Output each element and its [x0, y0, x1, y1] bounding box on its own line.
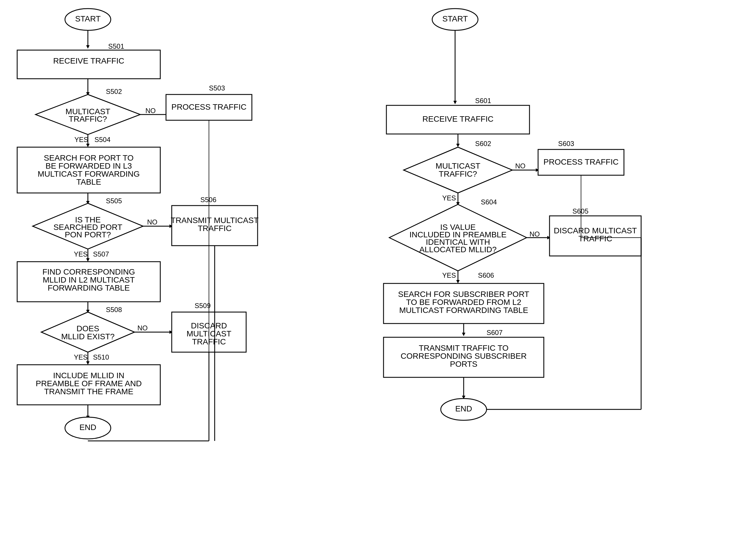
s502-label-2: TRAFFIC?: [69, 115, 107, 123]
s605-l2: TRAFFIC: [578, 234, 612, 243]
svg-marker-55: [456, 280, 460, 283]
s505-l3: PON PORT?: [65, 230, 111, 239]
s505-yes: YES: [74, 250, 88, 258]
svg-marker-11: [86, 144, 90, 147]
svg-marker-43: [456, 144, 460, 147]
s508-no: NO: [137, 324, 148, 332]
s507-l3: FORWARDING TABLE: [48, 283, 130, 292]
s606-l2: TO BE FORWARDED FROM L2: [406, 298, 521, 307]
flowchart-svg: START S501 RECEIVE TRAFFIC S502 MULTICAS…: [0, 0, 737, 560]
s503-label: PROCESS TRAFFIC: [172, 102, 247, 111]
s607-ref: S607: [486, 329, 502, 336]
s602-no: NO: [515, 162, 525, 170]
s604-l4: ALLOCATED MLLID?: [419, 245, 496, 254]
s504-l4: TABLE: [76, 178, 101, 186]
s605-l1: DISCARD MULTICAST: [554, 226, 637, 235]
end2-label: END: [455, 404, 472, 413]
s606-l1: SEARCH FOR SUBSCRIBER PORT: [398, 290, 529, 299]
s509-ref: S509: [195, 302, 211, 309]
s607-l3: PORTS: [450, 360, 477, 368]
s606-ref: S606: [478, 271, 494, 279]
s604-no: NO: [529, 230, 540, 238]
svg-marker-58: [462, 333, 465, 336]
s603-label: PROCESS TRAFFIC: [543, 157, 618, 166]
s607-l2: CORRESPONDING SUBSCRIBER: [401, 352, 527, 360]
s505-no: NO: [147, 218, 157, 226]
s505-ref: S505: [106, 197, 122, 205]
svg-marker-29: [86, 361, 90, 365]
s507-ref: S507: [93, 250, 109, 258]
s508-yes: YES: [74, 353, 88, 361]
s604-ref: S604: [481, 198, 497, 206]
s502-no: NO: [145, 107, 156, 115]
s510-l3: TRANSMIT THE FRAME: [44, 387, 133, 396]
s510-ref: S510: [93, 353, 109, 361]
svg-marker-20: [86, 258, 90, 262]
svg-marker-40: [453, 101, 457, 104]
s507-l2: MLLID IN L2 MULTICAST: [43, 275, 135, 284]
diagram-container: START S501 RECEIVE TRAFFIC S502 MULTICAS…: [0, 0, 737, 560]
s508-ref: S508: [106, 306, 122, 313]
s506-l2: TRAFFIC: [198, 224, 232, 233]
s504-l2: BE FORWARDED IN L3: [46, 161, 132, 170]
s501-label: RECEIVE TRAFFIC: [53, 56, 124, 65]
s607-l1: TRANSMIT TRAFFIC TO: [419, 344, 508, 352]
s504-ref: S504: [94, 136, 111, 143]
s605-ref: S605: [572, 207, 588, 215]
s501-ref: S501: [108, 42, 124, 50]
s503-ref: S503: [209, 84, 225, 92]
s602-ref: S602: [475, 140, 491, 147]
s510-l2: PREAMBLE OF FRAME AND: [36, 379, 142, 388]
start1-label: START: [75, 14, 101, 23]
s507-l1: FIND CORRESPONDING: [42, 267, 135, 276]
end1-label: END: [79, 423, 96, 432]
s504-l1: SEARCH FOR PORT TO: [44, 153, 134, 162]
s508-l1: DOES: [76, 324, 99, 333]
s502-yes: YES: [74, 136, 88, 143]
s506-ref: S506: [200, 196, 216, 204]
s502-ref: S502: [106, 88, 122, 95]
svg-marker-2: [86, 45, 90, 49]
s603-ref: S603: [558, 140, 574, 147]
s506-l1: TRANSMIT MULTICAST: [171, 216, 259, 225]
s601-label: RECEIVE TRAFFIC: [422, 115, 493, 123]
s606-l3: MULTICAST FORWARDING TABLE: [399, 306, 528, 315]
s602-l2: TRAFFIC?: [439, 169, 477, 178]
s601-ref: S601: [475, 97, 491, 104]
s602-l1: MULTICAST: [435, 161, 480, 170]
s508-l2: MLLID EXIST?: [61, 332, 115, 341]
s602-yes: YES: [442, 194, 456, 202]
s504-l3: MULTICAST FORWARDING: [38, 169, 140, 178]
start2-label: START: [442, 14, 468, 23]
s510-l1: INCLUDE MLLID IN: [53, 371, 125, 380]
s604-yes: YES: [442, 271, 456, 279]
